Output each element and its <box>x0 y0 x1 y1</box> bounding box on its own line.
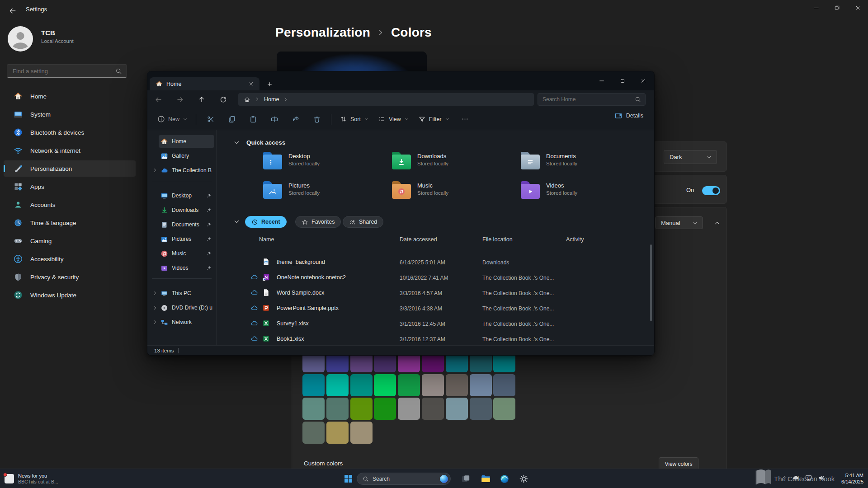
quick-access-tile-desktop[interactable]: DesktopStored locally <box>263 153 320 169</box>
chevron-down-icon[interactable] <box>233 218 240 225</box>
accent-color-swatch[interactable] <box>446 398 468 420</box>
close-button[interactable] <box>847 0 868 15</box>
close-tab-icon[interactable] <box>248 81 254 87</box>
settings-app-button[interactable] <box>514 470 533 488</box>
breadcrumb-segment[interactable]: Home <box>264 96 279 103</box>
new-button[interactable]: New <box>153 112 192 127</box>
quick-access-tile-documents[interactable]: DocumentsStored locally <box>521 153 577 169</box>
view-button[interactable]: View <box>373 112 414 127</box>
restore-button[interactable] <box>826 0 847 15</box>
edge-button[interactable] <box>495 470 514 488</box>
details-pane-button[interactable]: Details <box>614 112 643 120</box>
transparency-toggle[interactable] <box>702 186 720 195</box>
up-icon[interactable] <box>191 92 212 107</box>
hidden-icons-chevron[interactable] <box>779 474 789 480</box>
accent-color-swatch[interactable] <box>398 398 420 420</box>
accent-color-swatch[interactable] <box>470 374 492 396</box>
sidebar-item-system[interactable]: System <box>4 106 136 122</box>
mode-select[interactable]: Dark <box>664 150 717 164</box>
maximize-button[interactable] <box>612 73 633 89</box>
explorer-search-input[interactable] <box>538 96 635 103</box>
accent-color-swatch[interactable] <box>326 422 349 444</box>
accent-mode-select[interactable]: Manual <box>655 216 703 229</box>
sidebar-item-time-language[interactable]: Time & language <box>4 215 136 231</box>
paste-button[interactable] <box>242 112 264 127</box>
file-row-onenote-notebook-onetoc2[interactable]: OneNote notebook.onetoc210/16/2022 7:41 … <box>217 270 642 285</box>
widgets-button[interactable]: News for you BBC hits out at B... <box>5 471 58 487</box>
nav-item-downloads[interactable]: Downloads <box>147 203 216 217</box>
sidebar-item-accounts[interactable]: Accounts <box>4 197 136 213</box>
column-header-date-accessed[interactable]: Date accessed <box>400 236 437 243</box>
sidebar-item-gaming[interactable]: Gaming <box>4 233 136 249</box>
quick-access-tile-downloads[interactable]: DownloadsStored locally <box>392 153 448 169</box>
accent-color-swatch[interactable] <box>350 374 373 396</box>
quick-access-tile-music[interactable]: MusicStored locally <box>392 182 448 199</box>
filter-button[interactable]: Filter <box>414 112 454 127</box>
close-button[interactable] <box>633 73 654 89</box>
start-button[interactable] <box>339 470 357 488</box>
accent-color-swatch[interactable] <box>470 398 492 420</box>
file-explorer-button[interactable] <box>476 470 495 488</box>
chevron-right-icon[interactable] <box>151 305 159 310</box>
settings-search-box[interactable] <box>7 64 127 78</box>
chevron-right-icon[interactable] <box>151 319 159 325</box>
sidebar-item-privacy-security[interactable]: Privacy & security <box>4 269 136 285</box>
column-header-name[interactable]: Name <box>259 236 274 243</box>
refresh-icon[interactable] <box>212 92 234 107</box>
copy-button[interactable] <box>221 112 242 127</box>
accent-color-swatch[interactable] <box>493 398 515 420</box>
nav-item-music[interactable]: Music <box>147 246 216 261</box>
chevron-right-icon[interactable] <box>255 97 260 102</box>
task-view-button[interactable] <box>457 470 475 488</box>
accent-color-swatch[interactable] <box>326 398 349 420</box>
forward-icon[interactable] <box>169 92 191 107</box>
accent-color-swatch[interactable] <box>374 398 396 420</box>
explorer-search-box[interactable] <box>538 93 646 106</box>
settings-search-input[interactable] <box>7 68 115 75</box>
sidebar-item-accessibility[interactable]: Accessibility <box>4 251 136 267</box>
accent-color-swatch[interactable] <box>350 398 373 420</box>
nav-item-this-pc[interactable]: This PC <box>147 286 216 300</box>
accent-color-swatch[interactable] <box>326 374 349 396</box>
sidebar-item-personalization[interactable]: Personalization <box>4 160 136 177</box>
file-row-survey1-xlsx[interactable]: Survey1.xlsx3/1/2016 12:45 AMThe Collect… <box>217 316 642 331</box>
nav-item-pictures[interactable]: Pictures <box>147 232 216 246</box>
filter-pill-favorites[interactable]: Favorites <box>295 216 341 228</box>
chevron-right-icon[interactable] <box>151 168 159 173</box>
explorer-tab-home[interactable]: Home <box>150 77 259 90</box>
nav-item-documents[interactable]: Documents <box>147 217 216 232</box>
nav-item-network[interactable]: Network <box>147 315 216 329</box>
rename-button[interactable] <box>264 112 285 127</box>
sidebar-item-apps[interactable]: Apps <box>4 178 136 195</box>
new-tab-button[interactable] <box>264 79 275 89</box>
nav-item-videos[interactable]: Videos <box>147 261 216 275</box>
avatar[interactable] <box>8 26 33 52</box>
accent-color-swatch[interactable] <box>302 374 325 396</box>
clock[interactable]: 5:41 AM 6/14/2025 <box>841 472 863 485</box>
minimize-button[interactable] <box>806 0 826 15</box>
quick-access-tile-videos[interactable]: VideosStored locally <box>521 182 577 199</box>
scrollbar[interactable] <box>650 244 652 321</box>
accent-color-swatch[interactable] <box>422 398 444 420</box>
file-row-theme-background[interactable]: theme_background6/14/2025 5:01 AMDownloa… <box>217 254 642 270</box>
cut-button[interactable] <box>200 112 221 127</box>
chevron-right-icon[interactable] <box>151 291 159 296</box>
accent-color-swatch[interactable] <box>422 374 444 396</box>
address-breadcrumb[interactable]: Home <box>238 93 534 106</box>
column-header-file-location[interactable]: File location <box>482 236 513 243</box>
chevron-down-icon[interactable] <box>233 139 240 146</box>
accent-color-swatch[interactable] <box>302 422 325 444</box>
sidebar-item-network-internet[interactable]: Network & internet <box>4 142 136 159</box>
collapse-section-button[interactable] <box>711 217 723 229</box>
taskbar-search[interactable]: Search <box>357 473 451 485</box>
minimize-button[interactable] <box>591 73 612 89</box>
back-icon[interactable] <box>6 5 19 16</box>
chevron-right-icon[interactable] <box>283 97 288 102</box>
sidebar-item-bluetooth-devices[interactable]: Bluetooth & devices <box>4 124 136 141</box>
accent-color-swatch[interactable] <box>398 374 420 396</box>
sidebar-item-windows-update[interactable]: Windows Update <box>4 287 136 303</box>
delete-button[interactable] <box>306 112 327 127</box>
nav-item-the-collection-b[interactable]: The Collection B <box>147 163 216 178</box>
file-row-word-sample-docx[interactable]: Word Sample.docx3/3/2016 4:57 AMThe Coll… <box>217 285 642 300</box>
onedrive-tray-icon[interactable] <box>790 474 801 482</box>
